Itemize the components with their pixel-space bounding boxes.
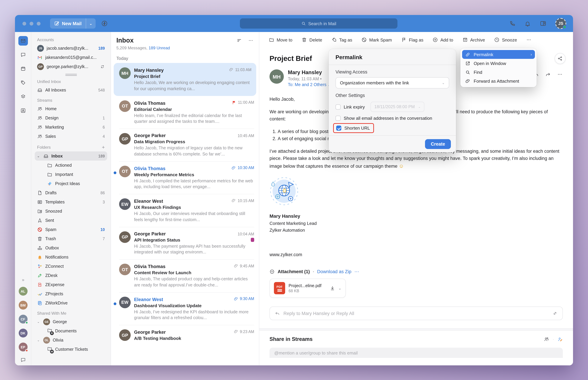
toolbar-button[interactable]: Delete [302, 37, 322, 42]
email-list-item[interactable]: EW Eleanor West 10:15 AM UX Research Fin… [111, 194, 259, 227]
toolbar-button[interactable]: Snooze [494, 37, 517, 42]
sidebar-folder-item[interactable]: Outbox [35, 243, 107, 252]
email-list-item[interactable]: OT Olivia Thomas 11:00 AM Editorial Cale… [111, 96, 259, 129]
new-mail-split-button[interactable]: New Mail ⌄ [50, 18, 96, 29]
sidebar-folder-item[interactable]: Project Ideas [35, 179, 107, 188]
quick-actions-button[interactable] [101, 20, 108, 27]
sidebar-folder-item[interactable]: Snoozed [35, 207, 107, 216]
close-window-button[interactable] [22, 22, 26, 25]
sidebar-folder-item[interactable]: ZConnect [35, 262, 107, 271]
sidebar-folder-item[interactable]: Drafts 86 [35, 188, 107, 197]
email-list-item[interactable]: GP George Parker 10:45 AM Data Migration… [111, 129, 259, 161]
signature-website[interactable]: www.zylker.com [269, 252, 563, 259]
reading-pane-layout-icon[interactable] [540, 20, 547, 27]
quick-contact-avatar[interactable]: EP [19, 342, 27, 351]
sidebar-shared-item[interactable]: R Documents [35, 326, 107, 335]
sidebar-resize-handle[interactable] [35, 74, 107, 76]
context-menu-item[interactable]: Forward as Attachment [462, 76, 535, 85]
recipients-toggle[interactable]: To: Me and 2 Others ⌄ [288, 82, 330, 87]
stream-person-icon[interactable] [557, 337, 563, 342]
shared-chevron-icon[interactable]: ⌄ [37, 320, 40, 323]
toolbar-button[interactable]: Add to [433, 37, 453, 42]
sidebar-account-item[interactable]: jakesanders015@gmail.c... [35, 53, 107, 62]
rail-icon[interactable] [18, 64, 28, 74]
quick-contact-avatar[interactable]: CF [19, 315, 27, 323]
quick-contact-avatar[interactable]: DK [19, 329, 27, 338]
sidebar-folder-item[interactable]: Trash 7 [35, 234, 107, 243]
sidebar-folder-item[interactable]: Templates 3 [35, 197, 107, 207]
folder-chevron-icon[interactable]: ⌄ [37, 154, 40, 158]
attachment-card[interactable]: PDF Project...eline.pdf 68 KB ⌄ [269, 279, 346, 298]
list-more-icon[interactable] [248, 38, 253, 43]
attachment-more-icon[interactable]: ⋯ [354, 269, 359, 274]
sidebar-shared-item[interactable]: W Customer Tickets [35, 345, 107, 354]
link-expiry-datetime[interactable]: 18/11/2025 08:00 PM⌄ [371, 102, 424, 112]
sidebar-folder-item[interactable]: ZDesk [35, 271, 107, 280]
stream-mention-input[interactable]: @mention a user/group to share this emai… [269, 348, 563, 358]
sidebar-account-item[interactable]: JS jacob.sanders@zylk... 189 [35, 43, 107, 53]
collapse-attachments-icon[interactable] [269, 269, 275, 274]
sidebar-folder-item[interactable]: Important [35, 170, 107, 179]
sidebar-folder-item[interactable]: ⌄ Inbox 189 [35, 152, 107, 161]
context-menu-item[interactable]: Find [462, 68, 535, 76]
sidebar-shared-item[interactable]: ⌄ GE George [35, 317, 107, 326]
new-mail-dropdown[interactable]: ⌄ [86, 18, 96, 29]
sidebar-folder-item[interactable]: Design 1 [35, 113, 107, 122]
sidebar-folder-item[interactable]: Notifications [35, 252, 107, 262]
rail-icon[interactable] [18, 106, 28, 115]
sidebar-folder-item[interactable]: Actioned [35, 161, 107, 170]
new-mail-button[interactable]: New Mail [50, 18, 86, 29]
email-list-item[interactable]: GP George Parker 9:23 AM A/B Testing Han… [111, 325, 259, 345]
unread-count[interactable]: 189 Unread [149, 46, 170, 50]
forward-icon[interactable] [545, 72, 551, 77]
shared-chevron-icon[interactable]: ⌄ [37, 338, 40, 342]
toolbar-button[interactable]: Tag as [331, 37, 352, 42]
phone-icon[interactable] [509, 20, 515, 27]
sidebar-account-item[interactable]: GP george.parker@zylk... [35, 62, 107, 71]
context-menu-item[interactable]: Open in Window [462, 59, 535, 68]
search-input[interactable]: Search in Mail [240, 18, 398, 29]
sidebar-folder-item[interactable]: ZWorkDrive [35, 298, 107, 307]
sidebar-folder-item[interactable]: Sent [35, 216, 107, 225]
toolbar-button[interactable] [526, 37, 532, 42]
quick-contact-avatar[interactable]: AL [19, 287, 27, 296]
show-all-addresses-checkbox[interactable] [336, 116, 341, 121]
notifications-bell-icon[interactable] [524, 20, 531, 27]
sync-icon[interactable] [100, 64, 105, 69]
email-list-item[interactable]: GP George Parker 10:04 AM API Integratio… [111, 227, 259, 259]
sidebar-folder-item[interactable]: Marketing 6 [35, 122, 107, 132]
maximize-window-button[interactable] [37, 22, 40, 25]
create-button[interactable]: Create [425, 139, 451, 149]
sidebar-shared-item[interactable]: ⌄ OL Olivia [35, 335, 107, 345]
link-expiry-checkbox[interactable] [336, 104, 341, 109]
feedback-chat-icon[interactable] [20, 357, 26, 363]
viewing-access-select[interactable]: Organization members with the link ⌄ [336, 77, 449, 88]
email-list-item[interactable]: MH Mary Hansley 11:03 AM Project Brief H… [114, 63, 256, 96]
sidebar-folder-item[interactable]: All Inboxes 548 [35, 85, 107, 95]
filter-icon[interactable] [236, 38, 242, 43]
minimize-window-button[interactable] [30, 22, 33, 25]
download-attachment-icon[interactable] [330, 285, 335, 291]
quick-reply-bar[interactable]: Reply to Mary Hansley or Reply All [269, 306, 563, 320]
sidebar-folder-item[interactable]: Spam 10 [35, 225, 107, 234]
shorten-url-checkbox[interactable] [336, 126, 341, 131]
quick-contact-avatar[interactable]: BM [19, 301, 27, 310]
toolbar-button[interactable]: Mark Spam [361, 37, 392, 42]
attachment-options-chevron[interactable]: ⌄ [338, 286, 341, 290]
user-avatar[interactable]: JS [555, 18, 566, 29]
message-more-icon[interactable] [557, 72, 563, 77]
sidebar-folder-item[interactable]: ZExpense [35, 280, 107, 289]
toolbar-button[interactable]: Archive [462, 37, 485, 42]
expand-rail-icon[interactable]: » [22, 277, 24, 282]
stream-group-icon[interactable] [544, 337, 549, 342]
rail-icon[interactable] [18, 78, 28, 87]
rail-icon[interactable] [18, 50, 28, 59]
rail-icon[interactable] [18, 92, 28, 101]
expand-compose-icon[interactable] [552, 311, 558, 316]
add-folder-button[interactable]: + [102, 144, 105, 150]
sidebar-folder-item[interactable]: Sales 4 [35, 132, 107, 141]
sender-avatar[interactable]: MH [269, 69, 284, 84]
download-as-zip-link[interactable]: Download as Zip [317, 269, 351, 274]
window-controls[interactable] [22, 22, 40, 25]
sidebar-folder-item[interactable]: Home [35, 104, 107, 113]
